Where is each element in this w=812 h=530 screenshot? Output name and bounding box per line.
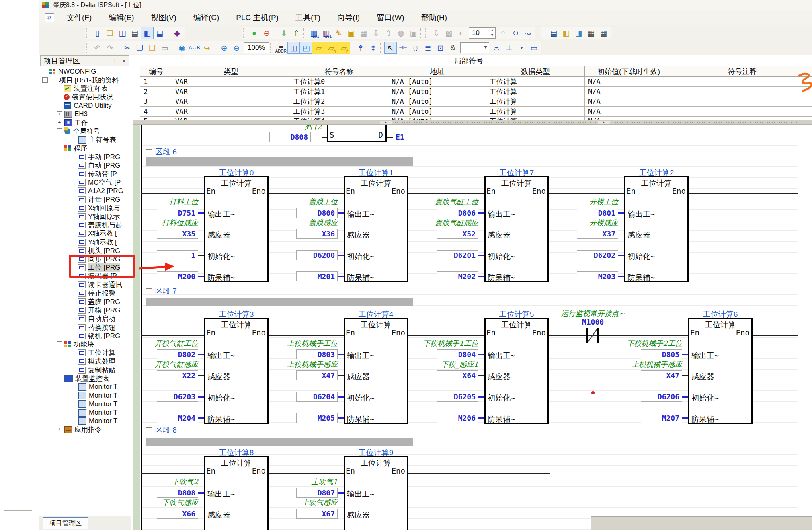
- table-cell[interactable]: 工位计算3: [290, 107, 388, 117]
- tree-item-复制粘贴[interactable]: 复制粘贴: [71, 366, 127, 374]
- operand-box-D6200[interactable]: D6200: [296, 250, 338, 260]
- operand-box-D751[interactable]: D751: [157, 208, 198, 218]
- note-yellow-arrow-icon[interactable]: ▱↱: [337, 42, 350, 54]
- child-window-icon[interactable]: ⇄: [45, 13, 54, 22]
- operand-box-X47[interactable]: X47: [641, 370, 682, 380]
- operand-box-X64[interactable]: X64: [437, 370, 478, 380]
- bottom-scroll-area[interactable]: [591, 516, 812, 530]
- tree-item-自动-PRG[interactable]: 自动 [PRG: [71, 161, 127, 169]
- fbd-editor[interactable]: 列 (2D808SDE1−区段 6工位计算0工位计算EnEno输出工~感应器初始…: [133, 125, 812, 530]
- table-cell[interactable]: N/A [Auto]: [388, 116, 486, 120]
- contact-label[interactable]: M1000: [561, 318, 625, 326]
- menu-item-6[interactable]: 向导(I): [329, 11, 368, 25]
- network-comment-bar[interactable]: [146, 438, 413, 446]
- tree-item-停止报警[interactable]: 停止报警: [71, 289, 127, 297]
- note-icon[interactable]: ▱: [312, 42, 325, 54]
- table-cell[interactable]: 5: [140, 116, 172, 120]
- collapse-icon[interactable]: −: [146, 427, 152, 433]
- sampling-down-icon[interactable]: ⇩: [430, 27, 443, 39]
- table-cell[interactable]: 工位计算1: [290, 87, 388, 97]
- operand-box-D6201[interactable]: D6201: [437, 250, 478, 260]
- address-view-icon[interactable]: ≡ADDR: [275, 42, 287, 54]
- operand-box-M202[interactable]: M202: [437, 271, 478, 281]
- table-cell[interactable]: [673, 77, 812, 87]
- tree-item-手动-PRG[interactable]: 手动 [PRG: [71, 153, 127, 161]
- operand-box-M204[interactable]: M204: [157, 413, 198, 423]
- toolbar-drag-handle[interactable]: [243, 28, 246, 38]
- operand-box-X35[interactable]: X35: [157, 229, 198, 239]
- tree-item-Y轴示教-[interactable]: Y轴示教 [: [71, 238, 127, 246]
- collapse-up-button[interactable]: ▲: [380, 121, 392, 124]
- online-monitor-icon[interactable]: ▥101: [308, 27, 320, 39]
- tree-item-工位计算[interactable]: 工位计算: [71, 349, 127, 357]
- table-cell[interactable]: 工位计算: [486, 116, 585, 120]
- undo-icon[interactable]: ↶: [91, 42, 104, 54]
- tree-item-全局符号[interactable]: −全局符号: [57, 127, 127, 135]
- expand-icon[interactable]: +: [57, 427, 62, 432]
- tree-item-自动启动[interactable]: 自动启动: [71, 315, 127, 323]
- operand-box-D807[interactable]: D807: [296, 488, 338, 498]
- table-cell[interactable]: [673, 116, 812, 120]
- tree-item-应用指令[interactable]: +应用指令: [57, 425, 127, 433]
- refresh-icon[interactable]: ↻: [509, 27, 522, 39]
- tree-item-程序[interactable]: −程序: [57, 144, 127, 152]
- window-view-icon[interactable]: ⬓: [154, 27, 166, 39]
- toolbar-drag-handle[interactable]: [86, 28, 90, 38]
- collapse-icon[interactable]: −: [57, 341, 62, 347]
- ladder-window-icon[interactable]: ◫: [287, 42, 300, 54]
- function-block-工位计算2[interactable]: 工位计算EnEno输出工~感应器初始化~防呆辅~: [624, 176, 689, 282]
- cut-icon[interactable]: ✂: [121, 42, 133, 54]
- device-monitor-icon[interactable]: ▥101: [320, 27, 332, 39]
- operand-box-D804[interactable]: D804: [437, 349, 478, 359]
- operand-box-X22[interactable]: X22: [157, 370, 198, 380]
- monitor-dim-icon[interactable]: ▣: [407, 27, 420, 39]
- block-type-combo[interactable]: ▼: [460, 42, 489, 53]
- network-after-icon[interactable]: ⇟: [367, 42, 379, 54]
- operand-box-M205[interactable]: M205: [296, 413, 338, 423]
- doc-window-icon[interactable]: ◧: [560, 27, 572, 39]
- table-cell[interactable]: 工位计算: [486, 97, 585, 107]
- chart-grid-icon[interactable]: ▦: [585, 27, 597, 39]
- chevron-down-icon[interactable]: ▼: [483, 44, 488, 50]
- force-io-icon[interactable]: ▦: [357, 27, 370, 39]
- menu-item-8[interactable]: 帮助(H): [413, 11, 455, 25]
- operand-box-D800[interactable]: D800: [296, 208, 338, 218]
- table-cell[interactable]: N/A [Auto]: [388, 77, 486, 87]
- operand-box-M206[interactable]: M206: [437, 413, 478, 423]
- operand-box-X67[interactable]: X67: [296, 509, 338, 519]
- operand-box-X37[interactable]: X37: [577, 229, 618, 239]
- table-editor-splitter[interactable]: ▲ ▲: [133, 120, 812, 125]
- network-before-icon[interactable]: ⇞: [355, 42, 367, 54]
- open-file-icon[interactable]: ❏: [104, 27, 116, 39]
- compile-seal-icon[interactable]: ◆: [171, 27, 183, 39]
- table-cell[interactable]: 1: [140, 77, 172, 87]
- table-cell[interactable]: 工位计算0: [290, 77, 388, 87]
- monitor-mode-icon[interactable]: ▣: [345, 27, 357, 39]
- operand-box-X36[interactable]: X36: [296, 229, 338, 239]
- sampling-stop-icon[interactable]: ▩: [443, 27, 455, 39]
- table-cell[interactable]: N/A [Auto]: [388, 97, 486, 107]
- network-comment-bar[interactable]: [146, 157, 413, 166]
- tree-item-X轴回原与[interactable]: X轴回原与: [71, 204, 127, 212]
- operand-box-X52[interactable]: X52: [437, 229, 478, 239]
- network-label-区段 8[interactable]: −区段 8: [146, 425, 177, 435]
- table-cell[interactable]: VAR: [172, 87, 290, 97]
- close-icon[interactable]: ×: [121, 58, 127, 64]
- download-dim-icon[interactable]: ⇩: [370, 27, 382, 39]
- line-dropdown-caret[interactable]: ▾: [515, 42, 528, 54]
- table-cell[interactable]: 3: [140, 97, 172, 107]
- operand-box-1[interactable]: 1: [157, 250, 198, 260]
- contact-bar[interactable]: [597, 328, 599, 343]
- tree-item-装置监控表[interactable]: −装置监控表: [57, 374, 127, 382]
- print-icon[interactable]: ▤: [129, 27, 141, 39]
- menu-item-1[interactable]: 编辑(E): [100, 11, 142, 25]
- function-block-工位计算5[interactable]: 工位计算EnEno输出工~感应器初始化~防呆辅~: [484, 318, 549, 424]
- parallel-contact-icon[interactable]: ≍: [490, 42, 503, 54]
- comment-window-icon[interactable]: ◰: [300, 42, 312, 54]
- tree-item-A1A2-PRG[interactable]: A1A2 [PRG: [71, 187, 127, 195]
- table-cell[interactable]: 工位计算: [486, 107, 585, 117]
- contact-tool-icon[interactable]: ⊣⊢: [397, 42, 409, 54]
- toolbar-drag-handle[interactable]: [270, 43, 273, 53]
- operand-box-D6203[interactable]: D6203: [157, 392, 198, 402]
- sampling-half-icon[interactable]: ◐: [455, 27, 468, 39]
